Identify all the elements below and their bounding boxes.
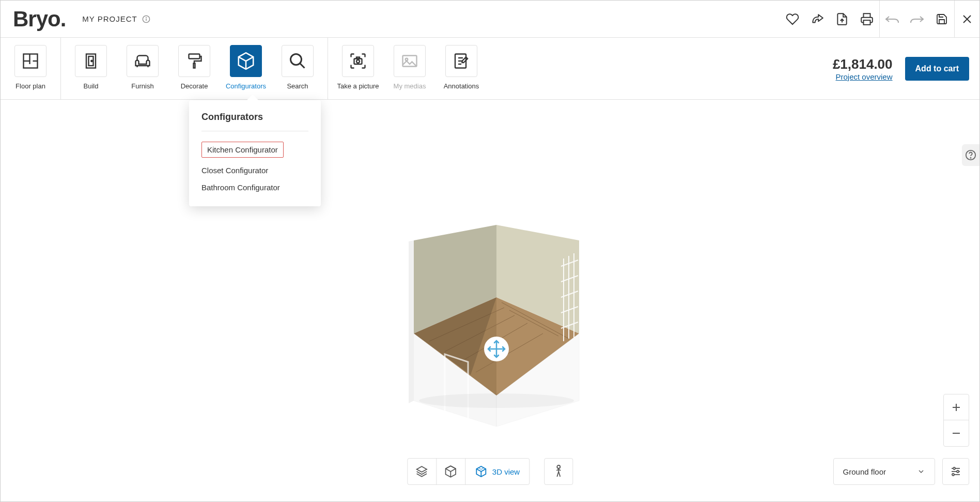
- svg-point-57: [419, 393, 574, 408]
- tool-my-medias[interactable]: My medias: [384, 38, 435, 90]
- tool-label: Floor plan: [15, 82, 45, 90]
- favorite-button[interactable]: [780, 1, 805, 38]
- view-layers-button[interactable]: [408, 459, 437, 484]
- svg-point-13: [91, 60, 92, 62]
- measure-button[interactable]: [805, 1, 830, 38]
- undo-button[interactable]: [880, 1, 905, 38]
- project-overview-link[interactable]: Project overview: [833, 72, 893, 81]
- dropdown-item-kitchen[interactable]: Kitchen Configurator: [189, 138, 321, 162]
- tool-build[interactable]: Build: [65, 38, 117, 90]
- camera-icon: [342, 45, 374, 77]
- tool-label: Take a picture: [337, 82, 379, 90]
- zoom-in-button[interactable]: [944, 394, 969, 420]
- svg-point-22: [356, 60, 360, 63]
- price-block: £1,814.00 Project overview: [833, 56, 893, 81]
- tool-label: Configurators: [226, 82, 266, 90]
- dropdown-item-closet[interactable]: Closet Configurator: [189, 162, 321, 179]
- cube-icon: [230, 45, 262, 77]
- svg-point-67: [953, 467, 955, 469]
- divider: [201, 131, 308, 131]
- svg-point-62: [557, 465, 560, 468]
- tool-floor-plan[interactable]: Floor plan: [5, 38, 56, 90]
- logo: Bryo.: [13, 7, 66, 32]
- dropdown-item-label: Kitchen Configurator: [201, 142, 284, 158]
- tool-label: Decorate: [181, 82, 208, 90]
- close-button[interactable]: [955, 1, 979, 38]
- sofa-icon: [127, 45, 159, 77]
- tool-annotations[interactable]: Annotations: [435, 38, 487, 90]
- configurators-dropdown: Configurators Kitchen Configurator Close…: [189, 100, 321, 206]
- door-icon: [75, 45, 107, 77]
- view-segment: 3D view: [407, 458, 530, 485]
- redo-button[interactable]: [905, 1, 929, 38]
- tool-label: Furnish: [131, 82, 153, 90]
- tool-label: Annotations: [444, 82, 479, 90]
- svg-point-59: [970, 158, 971, 158]
- svg-marker-60: [417, 466, 427, 472]
- chevron-down-icon: [917, 467, 925, 476]
- svg-marker-43: [409, 240, 414, 403]
- canvas-area[interactable]: [1, 101, 979, 501]
- tool-label: Search: [287, 82, 308, 90]
- tool-configurators[interactable]: Configurators: [220, 38, 272, 90]
- help-button[interactable]: [962, 144, 979, 166]
- dropdown-item-label: Closet Configurator: [201, 166, 268, 175]
- toolbar-right: £1,814.00 Project overview Add to cart: [833, 38, 979, 99]
- view-3d-label: 3D view: [492, 467, 520, 476]
- floor-row: Ground floor: [833, 458, 969, 485]
- svg-point-69: [957, 470, 959, 473]
- svg-rect-23: [356, 57, 360, 59]
- dropdown-item-bathroom[interactable]: Bathroom Configurator: [189, 179, 321, 196]
- project-name[interactable]: MY PROJECT: [82, 14, 137, 23]
- tool-furnish[interactable]: Furnish: [117, 38, 168, 90]
- tool-label: Build: [84, 82, 99, 90]
- tool-take-picture[interactable]: Take a picture: [332, 38, 384, 90]
- view-3d-button[interactable]: 3D view: [465, 459, 529, 484]
- room-3d-view[interactable]: [393, 220, 589, 427]
- dropdown-item-label: Bathroom Configurator: [201, 183, 280, 192]
- floor-select-label: Ground floor: [843, 467, 886, 476]
- image-icon: [394, 45, 426, 77]
- save-button[interactable]: [929, 1, 954, 38]
- zoom-controls: [943, 394, 969, 447]
- print-button[interactable]: [854, 1, 879, 38]
- svg-point-2: [146, 17, 146, 18]
- tool-decorate[interactable]: Decorate: [168, 38, 220, 90]
- first-person-button[interactable]: [544, 458, 573, 485]
- svg-point-19: [291, 54, 302, 65]
- annotations-icon: [445, 45, 477, 77]
- tool-label: My medias: [394, 82, 426, 90]
- toolbar: Floor plan Build Furnish Decorate C: [1, 38, 979, 100]
- svg-rect-16: [189, 54, 200, 59]
- zoom-out-button[interactable]: [944, 420, 969, 446]
- tool-search[interactable]: Search: [272, 38, 323, 90]
- header-right: [780, 1, 979, 37]
- export-button[interactable]: [830, 1, 854, 38]
- price: £1,814.00: [833, 56, 893, 72]
- floor-plan-icon: [14, 45, 46, 77]
- svg-rect-17: [194, 64, 195, 68]
- svg-line-20: [300, 64, 305, 68]
- floor-select[interactable]: Ground floor: [833, 458, 935, 485]
- paint-roller-icon: [178, 45, 210, 77]
- info-icon[interactable]: [142, 14, 151, 24]
- add-to-cart-button[interactable]: Add to cart: [905, 57, 969, 81]
- display-settings-button[interactable]: [942, 458, 969, 485]
- header: Bryo. MY PROJECT: [1, 1, 979, 38]
- svg-rect-4: [864, 20, 870, 25]
- svg-point-71: [952, 474, 954, 476]
- dropdown-title: Configurators: [189, 112, 321, 131]
- view-wireframe-button[interactable]: [437, 459, 465, 484]
- bottom-controls: 3D view: [407, 458, 573, 485]
- search-icon: [282, 45, 314, 77]
